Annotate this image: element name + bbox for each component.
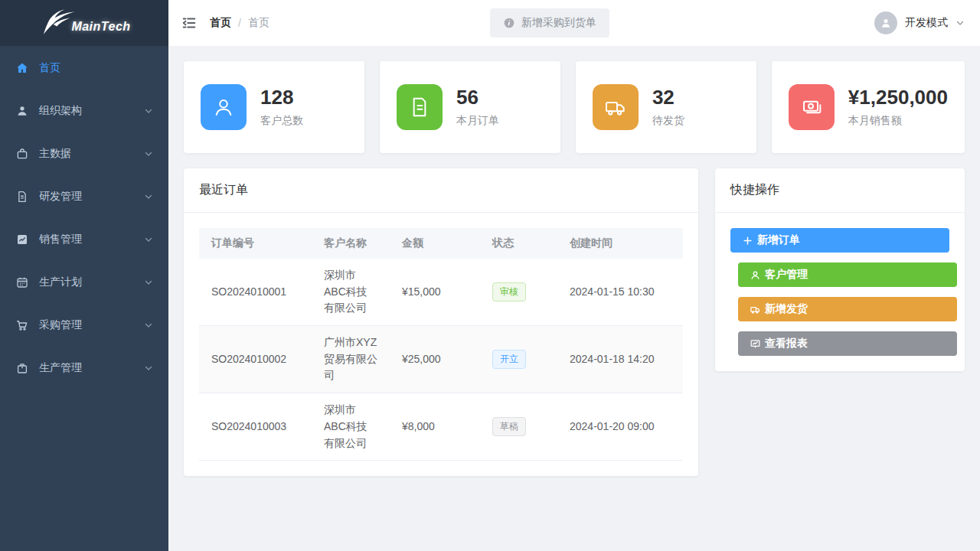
breadcrumb: 首页 / 首页 [210, 16, 270, 30]
table-header-row: 订单编号 客户名称 金额 状态 创建时间 [199, 228, 683, 259]
box-icon [15, 361, 29, 375]
quick-actions-panel: 快捷操作 新增订单 客户管理 新增发货 查看报表 [715, 168, 965, 371]
stat-value: 32 [652, 86, 684, 109]
stat-label: 客户总数 [260, 114, 303, 128]
quick-action-button[interactable]: 新增订单 [730, 228, 949, 253]
customer-cell: 深圳市ABC科技有限公司 [312, 393, 390, 461]
sidebar-item-cart[interactable]: 采购管理 [0, 304, 168, 347]
avatar [874, 11, 897, 34]
status-badge: 开立 [492, 350, 526, 368]
stats-row: 128 客户总数 56 本月订单 32 待发货 ¥1,250,000 本月销售额 [184, 61, 965, 153]
quick-action-button[interactable]: 新增发货 [738, 297, 957, 321]
info-icon [503, 17, 515, 29]
truck-small-icon [750, 304, 761, 315]
chevron-down-icon [144, 106, 153, 116]
add-purchase-arrival-button[interactable]: 新增采购到货单 [490, 8, 609, 37]
column-status: 状态 [480, 228, 557, 259]
recent-orders-panel: 最近订单 订单编号 客户名称 金额 状态 创建时间 [184, 168, 698, 476]
order-no-cell: SO2024010001 [199, 259, 312, 326]
chevron-down-icon [144, 321, 153, 330]
sidebar-item-chart[interactable]: 销售管理 [0, 218, 168, 261]
amount-cell: ¥25,000 [390, 326, 480, 393]
bag-icon [15, 147, 29, 161]
column-created: 创建时间 [557, 228, 683, 259]
status-badge: 草稿 [492, 417, 526, 435]
sidebar-fold-icon[interactable] [181, 15, 198, 31]
chevron-down-icon [956, 18, 965, 28]
sidebar-item-calendar[interactable]: 生产计划 [0, 261, 168, 304]
brand-logo: MainTech [0, 0, 168, 46]
breadcrumb-home[interactable]: 首页 [210, 16, 231, 30]
home-icon [15, 61, 29, 75]
document-icon [15, 190, 29, 204]
chevron-down-icon [144, 364, 153, 373]
sidebar-item-home[interactable]: 首页 [0, 47, 168, 90]
document-outline-icon [397, 84, 443, 130]
customer-cell: 深圳市ABC科技有限公司 [312, 259, 390, 326]
customer-cell: 广州市XYZ贸易有限公司 [312, 326, 390, 393]
table-row: SO2024010002 广州市XYZ贸易有限公司 ¥25,000 开立 202… [199, 326, 683, 393]
stat-value: 56 [456, 86, 499, 109]
money-outline-icon [789, 84, 835, 130]
main-content: 128 客户总数 56 本月订单 32 待发货 ¥1,250,000 本月销售额 [168, 46, 980, 551]
chevron-down-icon [144, 192, 153, 201]
sidebar-item-user[interactable]: 组织架构 [0, 90, 168, 132]
status-cell: 审核 [480, 259, 557, 326]
stat-label: 本月销售额 [848, 114, 948, 128]
user-avatar-icon [879, 16, 893, 30]
stat-card: 56 本月订单 [380, 61, 560, 153]
column-order-no: 订单编号 [199, 228, 312, 259]
stat-label: 待发货 [652, 114, 684, 128]
stat-label: 本月订单 [456, 114, 499, 128]
recent-orders-title: 最近订单 [199, 183, 248, 196]
user-menu[interactable]: 开发模式 [874, 11, 965, 34]
sidebar-item-document[interactable]: 研发管理 [0, 175, 168, 218]
status-cell: 开立 [480, 326, 557, 393]
created-cell: 2024-01-15 10:30 [557, 259, 683, 326]
chart-icon [15, 233, 29, 246]
amount-cell: ¥8,000 [390, 393, 480, 461]
sidebar: MainTech 首页 组织架构 主数据 研发管理 销售管理 [0, 0, 168, 551]
order-no-cell: SO2024010002 [199, 326, 312, 393]
cart-icon [15, 318, 29, 332]
chevron-down-icon [144, 149, 153, 158]
table-row: SO2024010001 深圳市ABC科技有限公司 ¥15,000 审核 202… [199, 259, 683, 326]
quick-actions-title: 快捷操作 [730, 183, 779, 196]
breadcrumb-current: 首页 [248, 16, 270, 30]
recent-orders-table: 订单编号 客户名称 金额 状态 创建时间 SO2024010001 深圳市ABC… [199, 228, 683, 461]
column-customer: 客户名称 [312, 228, 390, 259]
quick-action-button[interactable]: 查看报表 [738, 331, 957, 356]
created-cell: 2024-01-20 09:00 [557, 393, 683, 461]
report-icon [750, 338, 761, 350]
truck-outline-icon [593, 84, 639, 130]
table-row: SO2024010003 深圳市ABC科技有限公司 ¥8,000 草稿 2024… [199, 393, 683, 461]
quick-actions-body: 新增订单 客户管理 新增发货 查看报表 [715, 213, 965, 371]
calendar-icon [15, 276, 29, 289]
sidebar-item-box[interactable]: 生产管理 [0, 347, 168, 390]
stat-value: 128 [260, 86, 303, 109]
brand-name: MainTech [71, 20, 130, 34]
column-amount: 金额 [390, 228, 480, 259]
sidebar-item-bag[interactable]: 主数据 [0, 132, 168, 175]
stat-card: 128 客户总数 [184, 61, 364, 153]
status-cell: 草稿 [480, 393, 557, 461]
user-icon [15, 104, 29, 118]
quick-action-button[interactable]: 客户管理 [738, 262, 957, 287]
status-badge: 审核 [492, 282, 526, 301]
user-name: 开发模式 [905, 16, 948, 30]
user-outline-icon [201, 84, 247, 130]
breadcrumb-separator: / [238, 17, 241, 29]
stat-value: ¥1,250,000 [848, 86, 948, 109]
amount-cell: ¥15,000 [390, 259, 480, 326]
plus-icon [742, 235, 753, 246]
sidebar-menu: 首页 组织架构 主数据 研发管理 销售管理 生产计划 [0, 46, 168, 390]
chevron-down-icon [144, 278, 153, 287]
chevron-down-icon [144, 235, 153, 244]
order-no-cell: SO2024010003 [199, 393, 312, 461]
user-small-icon [750, 269, 761, 281]
stat-card: 32 待发货 [576, 61, 756, 153]
top-header: 首页 / 首页 新增采购到货单 开发模式 [168, 0, 980, 46]
created-cell: 2024-01-18 14:20 [557, 326, 683, 393]
stat-card: ¥1,250,000 本月销售额 [772, 61, 965, 153]
